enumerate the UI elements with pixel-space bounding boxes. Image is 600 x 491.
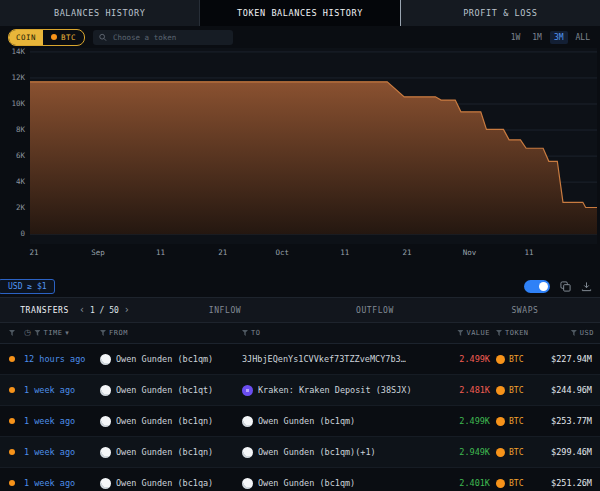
chart-controls: COIN BTC 1W 1M 3M ALL	[0, 26, 600, 48]
y-tick-label: 0	[20, 230, 25, 238]
token-search[interactable]	[93, 30, 233, 45]
coin-toggle-value[interactable]: BTC	[43, 33, 84, 42]
transfers-table-body: 12 hours ago Owen Gunden (bc1qm) 3JHbjEQ…	[0, 344, 600, 491]
row-from-entity[interactable]: Owen Gunden (bc1qn)	[100, 416, 242, 427]
row-from-entity[interactable]: Owen Gunden (bc1qn)	[100, 447, 242, 458]
range-all[interactable]: ALL	[572, 31, 594, 44]
download-icon[interactable]	[581, 281, 592, 292]
btc-token-icon	[496, 355, 505, 364]
table-row[interactable]: 1 week ago Owen Gunden (bc1qa) Owen Gund…	[0, 468, 600, 491]
usd-filter-toggle[interactable]	[524, 280, 550, 293]
coin-toggle[interactable]: COIN BTC	[8, 29, 85, 46]
to-entity-name: Owen Gunden (bc1qm)	[258, 416, 355, 426]
token-symbol: BTC	[509, 355, 523, 364]
token-search-input[interactable]	[111, 32, 227, 43]
copy-icon[interactable]	[560, 281, 571, 292]
filter-icon[interactable]	[571, 330, 577, 336]
header-chain[interactable]	[0, 330, 24, 336]
to-entity-avatar	[242, 447, 253, 458]
row-to-entity[interactable]: Owen Gunden (bc1qm)(+1)	[242, 447, 434, 458]
filter-icon[interactable]	[9, 330, 15, 336]
range-1m[interactable]: 1M	[528, 31, 546, 44]
header-usd[interactable]: USD	[542, 329, 600, 337]
table-tab-transfers[interactable]: TRANSFERS	[20, 306, 69, 315]
x-tick-label: 11	[524, 248, 533, 257]
row-time-link[interactable]: 12 hours ago	[24, 354, 100, 364]
tab-token-balances-history[interactable]: TOKEN BALANCES HISTORY	[200, 0, 400, 26]
row-from-entity[interactable]: Owen Gunden (bc1qm)	[100, 354, 242, 365]
header-usd-label: USD	[580, 329, 594, 337]
page-next-icon[interactable]: ›	[124, 305, 130, 315]
row-usd-value: $227.94M	[542, 354, 600, 364]
header-time[interactable]: ◷ TIME ▾	[24, 329, 100, 337]
table-row[interactable]: 1 week ago Owen Gunden (bc1qt) Kraken: K…	[0, 375, 600, 406]
x-tick-label: Oct	[276, 248, 290, 257]
row-to-entity[interactable]: Owen Gunden (bc1qm)	[242, 478, 434, 489]
to-entity-name: Kraken: Kraken Deposit (38SJX)	[258, 385, 412, 395]
table-tab-outflow[interactable]: OUTFLOW	[356, 306, 394, 315]
table-row[interactable]: 1 week ago Owen Gunden (bc1qn) Owen Gund…	[0, 406, 600, 437]
table-tab-swaps[interactable]: SWAPS	[511, 306, 538, 315]
bitcoin-chain-icon	[9, 418, 15, 424]
row-to-entity[interactable]: 3JHbjEQenYs1CVVkef73TZZveMCY7b3…	[242, 354, 434, 364]
row-time-link[interactable]: 1 week ago	[24, 478, 100, 488]
table-row[interactable]: 12 hours ago Owen Gunden (bc1qm) 3JHbjEQ…	[0, 344, 600, 375]
transfers-table-header: ◷ TIME ▾ FROM TO VALUE TOKEN USD	[0, 323, 600, 344]
x-tick-label: 11	[156, 248, 165, 257]
header-from-label: FROM	[109, 329, 128, 337]
bitcoin-chain-icon	[9, 480, 15, 486]
y-axis: 14K12K10K8K6K4K2K0	[0, 48, 30, 244]
filter-icon[interactable]	[34, 330, 40, 336]
filter-icon[interactable]	[242, 330, 248, 336]
table-row[interactable]: 1 week ago Owen Gunden (bc1qn) Owen Gund…	[0, 437, 600, 468]
table-tab-inflow[interactable]: INFLOW	[209, 306, 242, 315]
balance-area	[30, 82, 597, 234]
chain-cell	[0, 449, 24, 455]
filter-row: USD ≥ $1	[0, 275, 600, 297]
row-token: BTC	[496, 386, 542, 395]
range-1w[interactable]: 1W	[507, 31, 525, 44]
row-to-entity[interactable]: Kraken: Kraken Deposit (38SJX)	[242, 385, 434, 396]
tab-profit-and-loss[interactable]: PROFIT & LOSS	[401, 0, 600, 26]
from-entity-name: Owen Gunden (bc1qn)	[116, 447, 213, 457]
x-tick-label: 21	[29, 248, 38, 257]
x-tick-label: 21	[218, 248, 227, 257]
x-tick-label: Sep	[91, 248, 105, 257]
to-entity-avatar	[242, 385, 253, 396]
from-entity-name: Owen Gunden (bc1qa)	[116, 478, 213, 488]
to-entity-avatar	[242, 416, 253, 427]
chain-cell	[0, 480, 24, 486]
search-icon	[99, 33, 107, 42]
header-value-label: VALUE	[466, 329, 490, 337]
header-token[interactable]: TOKEN	[496, 329, 542, 337]
page-prev-icon[interactable]: ‹	[79, 305, 85, 315]
table-tab-cell-outflow: OUTFLOW	[300, 306, 450, 315]
page-indicator: 1 / 50	[90, 306, 119, 315]
x-tick-label: 11	[340, 248, 349, 257]
token-balance-chart: 14K12K10K8K6K4K2K0	[0, 48, 600, 244]
row-time-link[interactable]: 1 week ago	[24, 447, 100, 457]
y-tick-label: 14K	[11, 48, 25, 56]
tab-balances-history[interactable]: BALANCES HISTORY	[0, 0, 200, 26]
chart-plot-area[interactable]	[30, 48, 597, 244]
filter-icon[interactable]	[496, 330, 502, 336]
btc-token-icon	[496, 386, 505, 395]
row-time-link[interactable]: 1 week ago	[24, 385, 100, 395]
filter-icon[interactable]	[100, 330, 106, 336]
range-3m[interactable]: 3M	[550, 31, 568, 44]
coin-toggle-label[interactable]: COIN	[9, 30, 43, 45]
row-time-link[interactable]: 1 week ago	[24, 416, 100, 426]
sort-caret-icon[interactable]: ▾	[65, 330, 69, 337]
token-symbol: BTC	[509, 448, 523, 457]
row-from-entity[interactable]: Owen Gunden (bc1qa)	[100, 478, 242, 489]
header-to[interactable]: TO	[242, 329, 434, 337]
header-value[interactable]: VALUE	[434, 329, 496, 337]
row-from-entity[interactable]: Owen Gunden (bc1qt)	[100, 385, 242, 396]
row-usd-value: $244.96M	[542, 385, 600, 395]
row-to-entity[interactable]: Owen Gunden (bc1qm)	[242, 416, 434, 427]
usd-filter-chip[interactable]: USD ≥ $1	[0, 279, 55, 294]
row-token: BTC	[496, 417, 542, 426]
filter-icon[interactable]	[457, 330, 463, 336]
header-from[interactable]: FROM	[100, 329, 242, 337]
pagination: ‹ 1 / 50 ›	[79, 305, 130, 315]
